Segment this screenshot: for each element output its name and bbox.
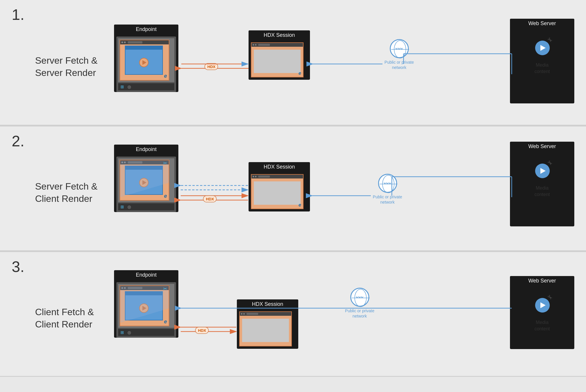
scenario-3: 3. Client Fetch & Client Render Endpoint <box>0 251 586 377</box>
hdx-label-1: HDX Session <box>249 30 310 40</box>
scenario-2-diagram: Endpoint <box>114 139 574 238</box>
svg-text:HDX: HDX <box>207 65 216 69</box>
hdx-session-2: HDX Session e <box>249 162 310 211</box>
arrows-2: HDX <box>114 139 574 238</box>
scenario-1-diagram: Endpoint <box>114 16 574 109</box>
webserver-3: Web Server ✂ Mediacontent <box>510 276 574 349</box>
scenario-3-number: 3. <box>12 258 24 275</box>
webserver-2: Web Server ✂ Mediacontent <box>510 142 574 226</box>
hdx-session-3: HDX Session <box>237 299 298 349</box>
network-globe-2: www Public or private network <box>371 174 404 205</box>
scenario-2-number: 2. <box>12 132 24 150</box>
endpoint-device-1: Endpoint <box>114 25 178 94</box>
network-globe-3: www Public or private network <box>342 288 377 319</box>
svg-rect-7 <box>205 63 218 70</box>
svg-text:HDX: HDX <box>206 197 214 201</box>
svg-text:HDX: HDX <box>198 328 206 333</box>
scenario-3-label: Client Fetch & Client Render <box>35 306 102 330</box>
media-label-3: Mediacontent <box>535 319 550 332</box>
network-label-1: Public or private network <box>383 60 415 70</box>
scenario-1-label: Server Fetch & Server Render <box>35 55 102 79</box>
endpoint-device-2: Endpoint <box>114 145 178 214</box>
scenario-2: 2. Server Fetch & Client Render Endpoint <box>0 126 586 251</box>
hdx-session-1: HDX Session e <box>249 30 310 80</box>
svg-rect-38 <box>195 327 208 334</box>
media-label-1: Mediacontent <box>535 62 550 75</box>
webserver-1: Web Server ✂ Mediacontent <box>510 19 574 103</box>
network-label-2: Public or private network <box>371 194 404 205</box>
scenario-2-label: Server Fetch & Client Render <box>35 181 102 205</box>
svg-rect-22 <box>203 196 216 202</box>
main-container: 1. Server Fetch & Server Render Endpoint <box>0 0 586 377</box>
network-globe-1: www Public or private network <box>383 39 415 70</box>
endpoint-label-1: Endpoint <box>114 25 178 34</box>
webserver-label-1: Web Server <box>510 19 574 28</box>
scenario-3-diagram: Endpoint <box>114 264 574 364</box>
scenario-1: 1. Server Fetch & Server Render Endpoint <box>0 0 586 126</box>
network-label-3: Public or private network <box>342 308 377 319</box>
arrows-1: HDX <box>114 16 574 109</box>
media-label-2: Mediacontent <box>535 185 550 198</box>
endpoint-device-3: Endpoint <box>114 270 178 340</box>
scenario-1-number: 1. <box>12 6 24 23</box>
